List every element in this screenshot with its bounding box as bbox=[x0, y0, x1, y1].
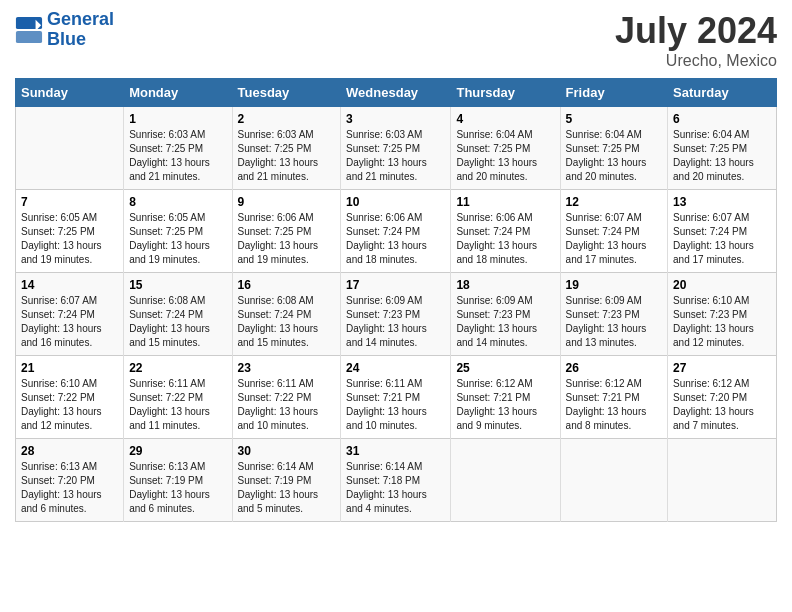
day-number: 20 bbox=[673, 278, 771, 292]
day-info: Sunrise: 6:13 AMSunset: 7:19 PMDaylight:… bbox=[129, 460, 226, 516]
calendar-cell: 9Sunrise: 6:06 AMSunset: 7:25 PMDaylight… bbox=[232, 190, 341, 273]
calendar-cell: 8Sunrise: 6:05 AMSunset: 7:25 PMDaylight… bbox=[124, 190, 232, 273]
day-number: 9 bbox=[238, 195, 336, 209]
day-info: Sunrise: 6:06 AMSunset: 7:24 PMDaylight:… bbox=[346, 211, 445, 267]
calendar-cell bbox=[16, 107, 124, 190]
day-info: Sunrise: 6:05 AMSunset: 7:25 PMDaylight:… bbox=[129, 211, 226, 267]
day-number: 8 bbox=[129, 195, 226, 209]
calendar-cell: 22Sunrise: 6:11 AMSunset: 7:22 PMDayligh… bbox=[124, 356, 232, 439]
calendar-cell: 14Sunrise: 6:07 AMSunset: 7:24 PMDayligh… bbox=[16, 273, 124, 356]
day-info: Sunrise: 6:11 AMSunset: 7:22 PMDaylight:… bbox=[238, 377, 336, 433]
calendar-table: SundayMondayTuesdayWednesdayThursdayFrid… bbox=[15, 78, 777, 522]
calendar-cell: 6Sunrise: 6:04 AMSunset: 7:25 PMDaylight… bbox=[668, 107, 777, 190]
logo: General Blue bbox=[15, 10, 114, 50]
day-number: 15 bbox=[129, 278, 226, 292]
calendar-cell: 3Sunrise: 6:03 AMSunset: 7:25 PMDaylight… bbox=[341, 107, 451, 190]
day-info: Sunrise: 6:09 AMSunset: 7:23 PMDaylight:… bbox=[456, 294, 554, 350]
calendar-cell: 18Sunrise: 6:09 AMSunset: 7:23 PMDayligh… bbox=[451, 273, 560, 356]
calendar-cell: 5Sunrise: 6:04 AMSunset: 7:25 PMDaylight… bbox=[560, 107, 667, 190]
day-number: 1 bbox=[129, 112, 226, 126]
day-info: Sunrise: 6:07 AMSunset: 7:24 PMDaylight:… bbox=[566, 211, 662, 267]
day-number: 14 bbox=[21, 278, 118, 292]
calendar-cell: 31Sunrise: 6:14 AMSunset: 7:18 PMDayligh… bbox=[341, 439, 451, 522]
day-info: Sunrise: 6:04 AMSunset: 7:25 PMDaylight:… bbox=[566, 128, 662, 184]
day-number: 28 bbox=[21, 444, 118, 458]
day-info: Sunrise: 6:11 AMSunset: 7:21 PMDaylight:… bbox=[346, 377, 445, 433]
day-info: Sunrise: 6:12 AMSunset: 7:21 PMDaylight:… bbox=[566, 377, 662, 433]
calendar-cell: 17Sunrise: 6:09 AMSunset: 7:23 PMDayligh… bbox=[341, 273, 451, 356]
day-info: Sunrise: 6:12 AMSunset: 7:21 PMDaylight:… bbox=[456, 377, 554, 433]
day-number: 23 bbox=[238, 361, 336, 375]
day-info: Sunrise: 6:06 AMSunset: 7:25 PMDaylight:… bbox=[238, 211, 336, 267]
day-info: Sunrise: 6:11 AMSunset: 7:22 PMDaylight:… bbox=[129, 377, 226, 433]
weekday-header-thursday: Thursday bbox=[451, 79, 560, 107]
weekday-header-saturday: Saturday bbox=[668, 79, 777, 107]
calendar-cell: 7Sunrise: 6:05 AMSunset: 7:25 PMDaylight… bbox=[16, 190, 124, 273]
calendar-cell: 16Sunrise: 6:08 AMSunset: 7:24 PMDayligh… bbox=[232, 273, 341, 356]
day-number: 7 bbox=[21, 195, 118, 209]
logo-icon bbox=[15, 16, 43, 44]
week-row-3: 14Sunrise: 6:07 AMSunset: 7:24 PMDayligh… bbox=[16, 273, 777, 356]
day-info: Sunrise: 6:03 AMSunset: 7:25 PMDaylight:… bbox=[346, 128, 445, 184]
day-info: Sunrise: 6:12 AMSunset: 7:20 PMDaylight:… bbox=[673, 377, 771, 433]
calendar-cell: 15Sunrise: 6:08 AMSunset: 7:24 PMDayligh… bbox=[124, 273, 232, 356]
calendar-cell: 4Sunrise: 6:04 AMSunset: 7:25 PMDaylight… bbox=[451, 107, 560, 190]
weekday-header-wednesday: Wednesday bbox=[341, 79, 451, 107]
day-info: Sunrise: 6:08 AMSunset: 7:24 PMDaylight:… bbox=[129, 294, 226, 350]
day-info: Sunrise: 6:04 AMSunset: 7:25 PMDaylight:… bbox=[456, 128, 554, 184]
calendar-cell: 20Sunrise: 6:10 AMSunset: 7:23 PMDayligh… bbox=[668, 273, 777, 356]
day-info: Sunrise: 6:14 AMSunset: 7:19 PMDaylight:… bbox=[238, 460, 336, 516]
calendar-cell: 27Sunrise: 6:12 AMSunset: 7:20 PMDayligh… bbox=[668, 356, 777, 439]
day-info: Sunrise: 6:07 AMSunset: 7:24 PMDaylight:… bbox=[21, 294, 118, 350]
day-info: Sunrise: 6:09 AMSunset: 7:23 PMDaylight:… bbox=[566, 294, 662, 350]
day-info: Sunrise: 6:14 AMSunset: 7:18 PMDaylight:… bbox=[346, 460, 445, 516]
weekday-header-row: SundayMondayTuesdayWednesdayThursdayFrid… bbox=[16, 79, 777, 107]
day-info: Sunrise: 6:03 AMSunset: 7:25 PMDaylight:… bbox=[129, 128, 226, 184]
month-title: July 2024 bbox=[615, 10, 777, 52]
title-block: July 2024 Urecho, Mexico bbox=[615, 10, 777, 70]
week-row-4: 21Sunrise: 6:10 AMSunset: 7:22 PMDayligh… bbox=[16, 356, 777, 439]
day-number: 12 bbox=[566, 195, 662, 209]
calendar-cell: 13Sunrise: 6:07 AMSunset: 7:24 PMDayligh… bbox=[668, 190, 777, 273]
calendar-cell: 11Sunrise: 6:06 AMSunset: 7:24 PMDayligh… bbox=[451, 190, 560, 273]
day-number: 4 bbox=[456, 112, 554, 126]
calendar-cell bbox=[668, 439, 777, 522]
calendar-cell: 30Sunrise: 6:14 AMSunset: 7:19 PMDayligh… bbox=[232, 439, 341, 522]
calendar-cell: 26Sunrise: 6:12 AMSunset: 7:21 PMDayligh… bbox=[560, 356, 667, 439]
calendar-cell: 2Sunrise: 6:03 AMSunset: 7:25 PMDaylight… bbox=[232, 107, 341, 190]
calendar-cell: 10Sunrise: 6:06 AMSunset: 7:24 PMDayligh… bbox=[341, 190, 451, 273]
day-info: Sunrise: 6:07 AMSunset: 7:24 PMDaylight:… bbox=[673, 211, 771, 267]
day-number: 25 bbox=[456, 361, 554, 375]
calendar-cell: 29Sunrise: 6:13 AMSunset: 7:19 PMDayligh… bbox=[124, 439, 232, 522]
page-header: General Blue July 2024 Urecho, Mexico bbox=[15, 10, 777, 70]
day-number: 24 bbox=[346, 361, 445, 375]
weekday-header-tuesday: Tuesday bbox=[232, 79, 341, 107]
day-number: 6 bbox=[673, 112, 771, 126]
day-info: Sunrise: 6:03 AMSunset: 7:25 PMDaylight:… bbox=[238, 128, 336, 184]
weekday-header-friday: Friday bbox=[560, 79, 667, 107]
day-info: Sunrise: 6:05 AMSunset: 7:25 PMDaylight:… bbox=[21, 211, 118, 267]
day-number: 3 bbox=[346, 112, 445, 126]
week-row-1: 1Sunrise: 6:03 AMSunset: 7:25 PMDaylight… bbox=[16, 107, 777, 190]
calendar-cell bbox=[560, 439, 667, 522]
day-number: 29 bbox=[129, 444, 226, 458]
day-info: Sunrise: 6:06 AMSunset: 7:24 PMDaylight:… bbox=[456, 211, 554, 267]
day-number: 16 bbox=[238, 278, 336, 292]
calendar-cell: 24Sunrise: 6:11 AMSunset: 7:21 PMDayligh… bbox=[341, 356, 451, 439]
week-row-5: 28Sunrise: 6:13 AMSunset: 7:20 PMDayligh… bbox=[16, 439, 777, 522]
day-info: Sunrise: 6:04 AMSunset: 7:25 PMDaylight:… bbox=[673, 128, 771, 184]
week-row-2: 7Sunrise: 6:05 AMSunset: 7:25 PMDaylight… bbox=[16, 190, 777, 273]
day-number: 17 bbox=[346, 278, 445, 292]
day-number: 21 bbox=[21, 361, 118, 375]
calendar-cell: 1Sunrise: 6:03 AMSunset: 7:25 PMDaylight… bbox=[124, 107, 232, 190]
day-number: 31 bbox=[346, 444, 445, 458]
day-number: 5 bbox=[566, 112, 662, 126]
location: Urecho, Mexico bbox=[615, 52, 777, 70]
day-number: 18 bbox=[456, 278, 554, 292]
svg-rect-1 bbox=[16, 31, 42, 43]
day-info: Sunrise: 6:13 AMSunset: 7:20 PMDaylight:… bbox=[21, 460, 118, 516]
day-number: 13 bbox=[673, 195, 771, 209]
day-info: Sunrise: 6:10 AMSunset: 7:23 PMDaylight:… bbox=[673, 294, 771, 350]
day-number: 10 bbox=[346, 195, 445, 209]
day-number: 11 bbox=[456, 195, 554, 209]
